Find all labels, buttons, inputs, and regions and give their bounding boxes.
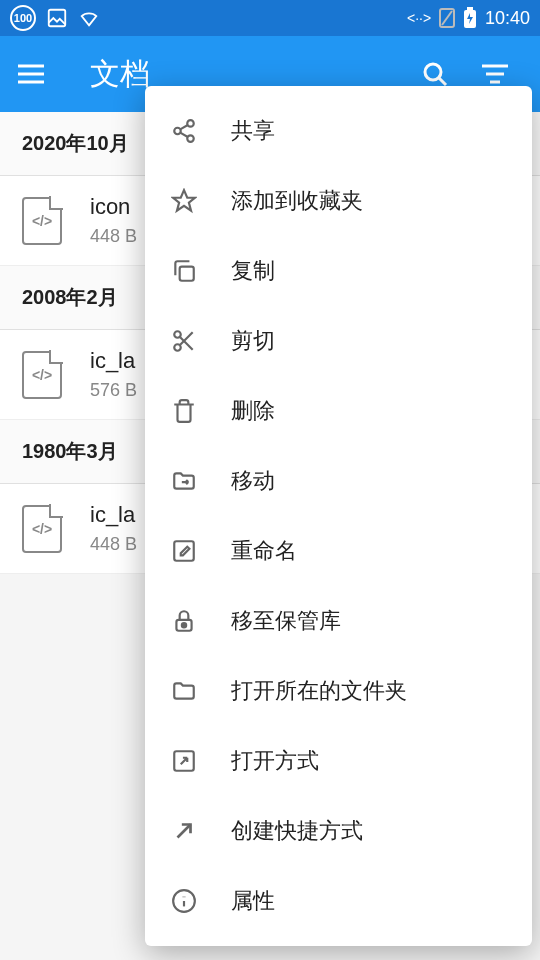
share-icon <box>169 116 199 146</box>
status-bar: 100 <··> 10:40 <box>0 0 540 36</box>
menu-vault[interactable]: 移至保管库 <box>145 586 532 656</box>
svg-line-3 <box>442 11 452 25</box>
svg-point-16 <box>187 135 194 142</box>
menu-rename[interactable]: 重命名 <box>145 516 532 586</box>
arrow-icon <box>169 816 199 846</box>
menu-label: 共享 <box>231 116 275 146</box>
menu-properties[interactable]: 属性 <box>145 866 532 936</box>
menu-label: 移动 <box>231 466 275 496</box>
context-menu: 共享 添加到收藏夹 复制 剪切 删除 移动 重命名 <box>145 86 532 946</box>
battery-indicator: 100 <box>10 5 36 31</box>
menu-open-folder[interactable]: 打开所在的文件夹 <box>145 656 532 726</box>
menu-cut[interactable]: 剪切 <box>145 306 532 376</box>
svg-point-14 <box>187 120 194 127</box>
search-icon[interactable] <box>422 61 462 87</box>
svg-rect-19 <box>180 267 194 281</box>
svg-line-18 <box>180 133 188 137</box>
svg-line-10 <box>439 78 446 85</box>
edit-icon <box>169 536 199 566</box>
menu-shortcut[interactable]: 创建快捷方式 <box>145 796 532 866</box>
menu-label: 复制 <box>231 256 275 286</box>
menu-label: 创建快捷方式 <box>231 816 363 846</box>
menu-label: 添加到收藏夹 <box>231 186 363 216</box>
battery-icon <box>463 7 477 29</box>
file-name: ic_la <box>90 502 137 528</box>
menu-move[interactable]: 移动 <box>145 446 532 516</box>
menu-label: 重命名 <box>231 536 297 566</box>
file-name: icon <box>90 194 137 220</box>
svg-rect-5 <box>467 7 473 10</box>
svg-line-17 <box>180 125 188 129</box>
file-size: 448 B <box>90 534 137 555</box>
filter-icon[interactable] <box>482 64 522 84</box>
trash-icon <box>169 396 199 426</box>
menu-share[interactable]: 共享 <box>145 96 532 166</box>
sim-icon <box>439 8 455 28</box>
menu-label: 删除 <box>231 396 275 426</box>
file-size: 448 B <box>90 226 137 247</box>
info-icon <box>169 886 199 916</box>
svg-point-21 <box>174 344 181 351</box>
status-time: 10:40 <box>485 8 530 29</box>
star-icon <box>169 186 199 216</box>
svg-point-15 <box>174 128 181 135</box>
menu-copy[interactable]: 复制 <box>145 236 532 306</box>
file-size: 576 B <box>90 380 137 401</box>
page-title: 文档 <box>90 54 150 95</box>
svg-line-28 <box>178 825 191 838</box>
menu-open-with[interactable]: 打开方式 <box>145 726 532 796</box>
gallery-icon <box>46 7 68 29</box>
lock-icon <box>169 606 199 636</box>
copy-icon <box>169 256 199 286</box>
cut-icon <box>169 326 199 356</box>
svg-rect-0 <box>49 10 66 27</box>
svg-text:<··>: <··> <box>407 10 431 26</box>
svg-point-26 <box>182 623 186 627</box>
file-icon <box>22 351 62 399</box>
wifi-icon <box>78 7 100 29</box>
menu-label: 属性 <box>231 886 275 916</box>
move-icon <box>169 466 199 496</box>
external-link-icon <box>169 746 199 776</box>
menu-delete[interactable]: 删除 <box>145 376 532 446</box>
dev-icon: <··> <box>407 9 431 27</box>
svg-point-9 <box>425 64 441 80</box>
file-name: ic_la <box>90 348 137 374</box>
menu-label: 打开所在的文件夹 <box>231 676 407 706</box>
menu-icon[interactable] <box>18 64 58 84</box>
menu-label: 打开方式 <box>231 746 319 776</box>
menu-favorite[interactable]: 添加到收藏夹 <box>145 166 532 236</box>
file-icon <box>22 197 62 245</box>
menu-label: 移至保管库 <box>231 606 341 636</box>
svg-point-20 <box>174 331 181 338</box>
menu-label: 剪切 <box>231 326 275 356</box>
file-icon <box>22 505 62 553</box>
folder-icon <box>169 676 199 706</box>
